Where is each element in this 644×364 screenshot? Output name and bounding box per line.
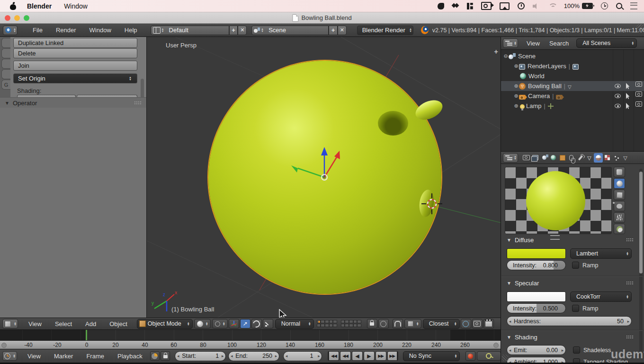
screen-record-tray-icon[interactable] [481,2,492,10]
collapse-icon[interactable] [503,53,509,59]
auto-keyframe-record-button[interactable] [465,351,475,361]
snap-target-dropdown[interactable]: Closest [423,319,460,329]
selectability-cursor-icon[interactable] [626,103,631,109]
editor-type-selector[interactable] [3,26,18,35]
mesh-data-icon[interactable] [568,83,575,90]
render-opengl-button[interactable] [472,319,483,328]
outliner-menu-search[interactable]: Search [545,40,573,47]
region-divider[interactable] [501,37,501,364]
properties-scrollbar-thumb[interactable] [639,172,643,273]
decrement-arrow-icon[interactable] [229,354,234,358]
diffuse-color-swatch[interactable] [507,248,566,259]
current-frame-field[interactable]: 1 [283,351,322,361]
timeline-menu-view[interactable]: View [21,353,47,360]
increment-arrow-icon[interactable] [560,348,565,353]
mode-dropdown[interactable]: Object Mode [137,319,193,329]
set-origin-dropdown[interactable]: Set Origin [13,73,137,83]
notification-center-icon[interactable] [630,2,637,9]
rotate-manipulator-toggle[interactable] [251,319,262,328]
tab-scene[interactable] [540,153,549,163]
scale-manipulator-toggle[interactable] [263,319,273,328]
viewport-3d[interactable]: y z x User Persp (1) Bowling Ball [147,37,501,318]
outliner-label[interactable]: World [528,73,545,80]
decrement-arrow-icon[interactable] [175,354,181,358]
tab-texture[interactable] [603,153,612,163]
visibility-eye-icon[interactable] [615,84,621,88]
tab-constraints[interactable] [567,153,576,163]
timeline-menu-marker[interactable]: Marker [47,353,80,360]
minimize-window-button[interactable] [14,15,20,21]
outliner-label[interactable]: Bowling Ball [528,82,562,90]
orientation-dropdown[interactable]: Normal [275,319,314,329]
tab-modifiers[interactable] [576,153,585,163]
outliner-row-lamp[interactable]: Lamp | [501,101,644,111]
header-resize-grip[interactable] [636,24,644,32]
menu-render[interactable]: Render [49,27,83,34]
tool-tab-grease-pencil[interactable]: G [1,80,10,90]
decrement-arrow-icon[interactable] [507,348,513,353]
previous-keyframe-button[interactable] [340,351,351,361]
expand-icon[interactable] [513,103,519,109]
panel-grip-icon[interactable] [626,335,634,339]
shading-panel-header[interactable]: Shading [501,332,638,342]
timeline-menu-playback[interactable]: Playback [111,353,149,360]
outliner-label[interactable]: RenderLayers [528,63,566,70]
operator-panel-header[interactable]: Operator [0,97,146,108]
hardness-field[interactable]: Hardness: 50 [507,316,632,326]
view3d-editor-selector[interactable] [2,319,18,328]
specular-ramp-checkbox[interactable] [572,305,579,312]
evernote-tray-icon[interactable] [438,3,444,9]
panel-grip-icon[interactable] [134,101,142,105]
renderability-camera-icon[interactable] [635,101,642,107]
visibility-eye-icon[interactable] [615,104,621,108]
diffuse-intensity-slider[interactable]: Intensity: 0.800 [507,260,566,270]
emit-field[interactable]: Emit: 0.00 [507,345,566,355]
delete-scene-button[interactable] [338,26,347,35]
manipulator-axis-toggle[interactable] [229,319,239,328]
screen-layout-name[interactable]: Default [165,27,229,34]
tab-object-data[interactable] [585,153,594,163]
join-button[interactable]: Join [13,61,137,71]
specular-panel-header[interactable]: Specular [501,278,638,288]
add-scene-button[interactable] [329,26,338,35]
properties-editor-selector[interactable] [503,153,518,163]
pivot-point-dropdown[interactable] [212,319,228,328]
delete-button[interactable]: Delete [13,48,137,58]
tool-tab-3[interactable] [1,59,10,69]
start-frame-field[interactable]: Start: 1 [175,351,226,361]
airplay-tray-icon[interactable] [500,2,510,10]
battery-indicator[interactable]: 100% [564,2,593,9]
renderlayer-data-icon[interactable] [572,64,579,70]
menu-window[interactable]: Window [83,27,118,34]
time-machine-tray-icon[interactable] [518,2,525,9]
spotlight-search-icon[interactable] [616,3,622,9]
panel-grip-icon[interactable] [626,281,634,285]
preview-monkey-button[interactable] [614,201,625,211]
preview-hair-button[interactable] [614,212,625,223]
layer-buttons-group-1[interactable] [317,320,339,328]
jump-to-start-button[interactable] [328,351,339,361]
diffuse-ramp-checkbox[interactable] [572,262,579,269]
tool-tab-4[interactable] [1,69,10,79]
timeline-track[interactable] [0,330,501,340]
region-resize-grip[interactable] [502,355,509,361]
tab-render[interactable] [522,153,531,163]
outliner-label[interactable]: Scene [518,53,536,60]
add-layout-button[interactable] [229,26,238,35]
tab-particles[interactable] [612,153,621,163]
transform-manipulator[interactable] [286,146,362,212]
tab-material[interactable] [594,153,603,163]
end-frame-field[interactable]: End: 250 [228,351,279,361]
clock-tray-icon[interactable] [601,2,608,9]
app-menu-blender[interactable]: Blender [27,2,52,10]
shadeless-checkbox[interactable] [573,346,580,354]
preview-world-sphere-button[interactable] [614,224,625,234]
decrement-arrow-icon[interactable] [507,319,513,324]
proportional-edit-toggle[interactable] [378,319,389,328]
view3d-menu-select[interactable]: Select [48,320,79,328]
apple-menu-icon[interactable] [9,2,17,10]
render-opengl-anim-button[interactable] [483,319,494,328]
view3d-menu-view[interactable]: View [22,320,48,328]
outliner-row-renderlayers[interactable]: RenderLayers | [501,61,644,71]
specular-color-swatch[interactable] [507,291,566,302]
